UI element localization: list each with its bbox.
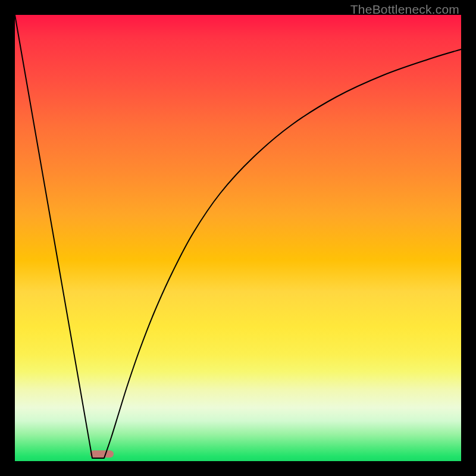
chart-plot-area bbox=[15, 15, 461, 461]
bottleneck-marker bbox=[90, 450, 114, 458]
